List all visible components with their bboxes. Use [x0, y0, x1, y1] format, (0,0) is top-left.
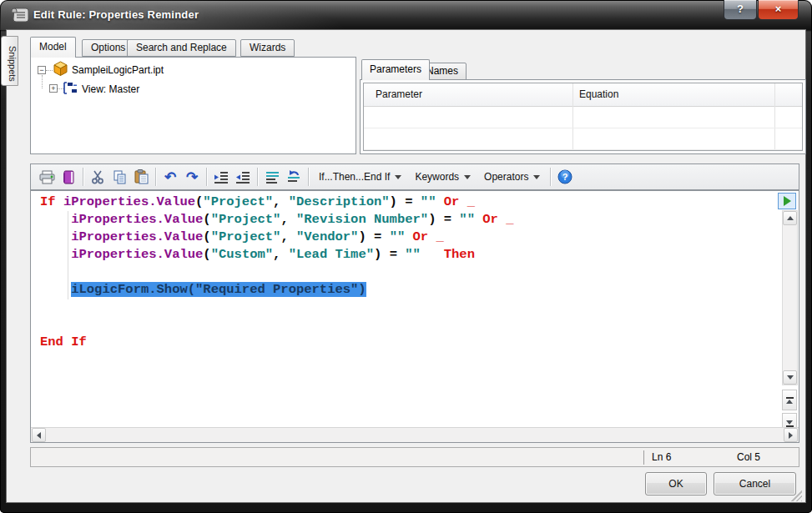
window-title: Edit Rule: Properties Reminder [33, 8, 199, 21]
arrow-down-icon [786, 420, 793, 425]
undo-button[interactable]: ↶ [159, 167, 181, 187]
chevron-down-icon [533, 175, 540, 179]
uncomment-icon [286, 170, 301, 184]
code-line[interactable] [40, 264, 513, 281]
help-globe-icon: ? [557, 169, 572, 184]
chevron-down-icon [464, 175, 471, 179]
vertical-scrollbar[interactable] [782, 210, 798, 385]
code-line[interactable]: End If [40, 334, 513, 351]
cancel-button[interactable]: Cancel [714, 472, 796, 495]
close-icon: × [775, 3, 782, 15]
question-icon: ? [737, 3, 744, 15]
help-toolbar-button[interactable]: ? [554, 167, 576, 187]
view-master-icon [63, 82, 78, 94]
cut-icon [91, 170, 104, 184]
tab-options-label: Options [91, 42, 125, 53]
paste-icon [134, 169, 149, 184]
run-icon [784, 196, 791, 206]
bar-icon [786, 397, 794, 399]
code-line[interactable]: If iProperties.Value("Project", "Descrip… [40, 194, 513, 211]
toolbar-separator [206, 168, 207, 186]
tab-wizards-label: Wizards [250, 42, 285, 53]
scroll-right-button[interactable] [784, 428, 798, 442]
code-lines[interactable]: If iProperties.Value("Project", "Descrip… [40, 194, 513, 351]
tree-collapse-box[interactable]: − [38, 66, 46, 74]
tab-search-label: Search and Replace [136, 42, 227, 53]
tab-parameters[interactable]: Parameters [361, 59, 430, 80]
if-then-dropdown[interactable]: If...Then...End If [312, 167, 408, 187]
code-editor[interactable]: If iProperties.Value("Project", "Descrip… [30, 190, 799, 443]
code-line[interactable]: iProperties.Value("Project", "Revision N… [40, 211, 513, 229]
decrease-indent-button[interactable] [232, 167, 254, 187]
status-divider [643, 450, 644, 465]
status-line-number: Ln 6 [652, 451, 671, 463]
keywords-dropdown[interactable]: Keywords [408, 167, 477, 187]
arrow-up-icon [787, 216, 794, 220]
code-line[interactable]: iProperties.Value("Project", "Vendor") =… [40, 229, 513, 246]
run-rule-button[interactable] [778, 193, 796, 209]
book-button[interactable] [58, 167, 79, 187]
ok-button[interactable]: OK [645, 472, 707, 495]
arrow-right-icon [789, 432, 793, 439]
ilogic-edit-rule-dialog: Edit Rule: Properties Reminder ? × Snipp… [0, 0, 812, 513]
paste-button[interactable] [130, 167, 152, 187]
snippets-side-tab[interactable]: Snippets [1, 36, 18, 86]
comment-icon [265, 171, 280, 184]
comment-button[interactable] [261, 167, 283, 187]
help-button[interactable]: ? [724, 0, 757, 20]
svg-text:?: ? [562, 172, 568, 182]
tab-model[interactable]: Model [30, 37, 76, 58]
window-frame: Edit Rule: Properties Reminder ? × Snipp… [0, 0, 812, 513]
parameters-panel: Parameter Equation [360, 79, 806, 154]
column-header-equation[interactable]: Equation [579, 88, 618, 100]
column-header-parameter[interactable]: Parameter [376, 88, 422, 100]
editor-toolbar: ↶ ↷ [30, 163, 799, 190]
table-row[interactable] [364, 107, 802, 128]
tab-model-label: Model [39, 41, 67, 53]
tab-wizards[interactable]: Wizards [240, 39, 295, 57]
toolbar-separator [308, 168, 309, 186]
scroll-left-button[interactable] [32, 428, 46, 442]
tab-names-label: Names [426, 65, 458, 77]
operators-dropdown[interactable]: Operators [477, 167, 547, 187]
cut-button[interactable] [87, 167, 108, 187]
code-line[interactable]: iProperties.Value("Custom", "Lead Time")… [40, 246, 513, 264]
title-bar[interactable]: Edit Rule: Properties Reminder ? × [0, 0, 812, 30]
horizontal-scrollbar[interactable] [31, 427, 799, 442]
parameters-table[interactable]: Parameter Equation [363, 83, 803, 151]
code-line[interactable] [40, 299, 513, 316]
snippets-label: Snippets [8, 46, 18, 82]
operators-dropdown-label: Operators [484, 171, 528, 183]
tree-expand-box[interactable]: + [49, 84, 58, 93]
tab-search-and-replace[interactable]: Search and Replace [127, 39, 236, 57]
tree-item-part[interactable]: SampleiLogicPart.ipt [72, 64, 164, 76]
tree-item-view-master[interactable]: View: Master [82, 83, 139, 95]
increase-indent-button[interactable] [210, 167, 232, 187]
scroll-up-button[interactable] [783, 211, 797, 225]
decrease-indent-icon [235, 171, 250, 184]
redo-button[interactable]: ↷ [181, 167, 203, 187]
undo-icon: ↶ [164, 170, 176, 184]
uncomment-button[interactable] [283, 167, 305, 187]
resize-grip[interactable] [791, 490, 802, 501]
increase-indent-icon [214, 171, 229, 184]
toolbar-separator [155, 168, 156, 186]
code-line[interactable]: iLogicForm.Show("Required Properties") [40, 281, 513, 299]
part-cube-icon [52, 61, 69, 77]
toolbar-separator [83, 168, 83, 186]
code-line[interactable] [40, 316, 513, 334]
close-button[interactable]: × [758, 0, 799, 20]
scroll-to-top-button[interactable] [782, 390, 797, 410]
status-bar: Ln 6 Col 5 [30, 447, 799, 467]
status-column-number: Col 5 [737, 451, 760, 463]
model-tree-panel[interactable]: − SampleiLogicPart.ipt + View: Master [30, 57, 356, 154]
copy-button[interactable] [108, 167, 130, 187]
scroll-down-button[interactable] [783, 370, 797, 385]
print-icon [39, 170, 55, 184]
table-row[interactable] [364, 128, 802, 150]
copy-icon [113, 170, 127, 184]
arrow-down-icon [787, 375, 794, 380]
toolbar-separator [550, 168, 551, 186]
parameters-table-header: Parameter Equation [364, 83, 802, 107]
print-button[interactable] [36, 167, 58, 187]
